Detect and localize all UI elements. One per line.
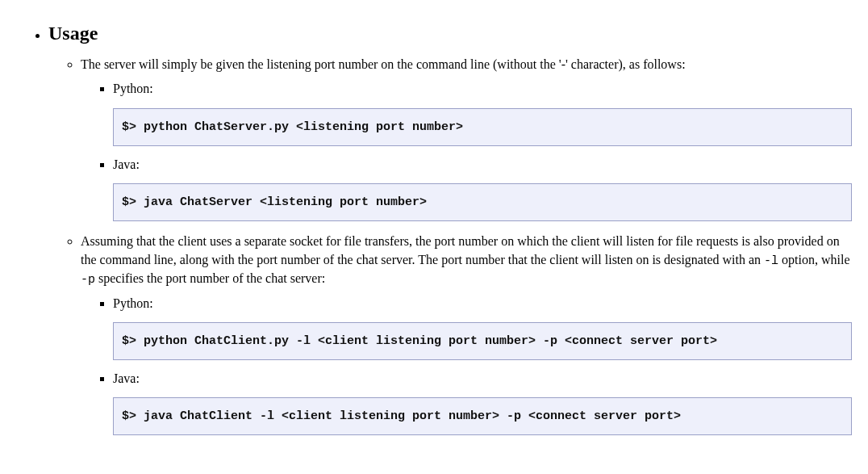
server-java-label: Java:	[113, 157, 140, 171]
server-intro-item: The server will simply be given the list…	[81, 56, 852, 221]
client-intro-text-1: Assuming that the client uses a separate…	[81, 234, 840, 266]
client-python-code: $> python ChatClient.py -l <client liste…	[113, 322, 852, 360]
opt-l-code: -l	[764, 254, 778, 268]
client-intro-text-3: specifies the port number of the chat se…	[95, 271, 325, 285]
server-intro-text: The server will simply be given the list…	[81, 57, 686, 71]
usage-heading: Usage	[48, 23, 98, 44]
server-python-label: Python:	[113, 82, 153, 95]
server-java-code: $> java ChatServer <listening port numbe…	[113, 183, 852, 221]
client-java-item: Java: $> java ChatClient -l <client list…	[113, 370, 852, 435]
client-python-item: Python: $> python ChatClient.py -l <clie…	[113, 295, 852, 360]
server-python-item: Python: $> python ChatServer.py <listeni…	[113, 80, 852, 145]
client-java-code: $> java ChatClient -l <client listening …	[113, 397, 852, 435]
usage-heading-item: Usage The server will simply be given th…	[48, 23, 852, 435]
client-intro-item: Assuming that the client uses a separate…	[81, 233, 852, 435]
client-java-label: Java:	[113, 371, 140, 385]
client-intro-text-2: option, while	[778, 253, 849, 266]
server-python-code: $> python ChatServer.py <listening port …	[113, 108, 852, 146]
server-java-item: Java: $> java ChatServer <listening port…	[113, 156, 852, 221]
opt-p-code: -p	[81, 273, 95, 287]
client-python-label: Python:	[113, 296, 153, 310]
